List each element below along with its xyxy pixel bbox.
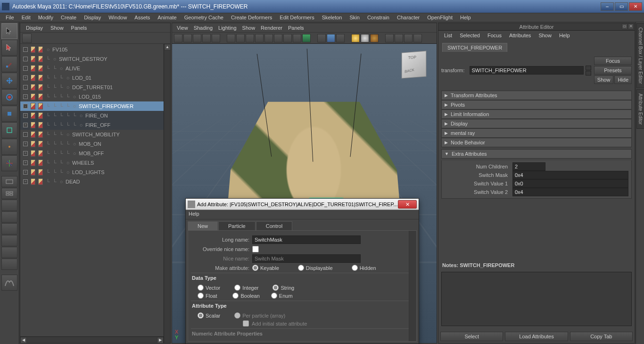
tab-particle[interactable]: Particle bbox=[218, 221, 256, 230]
layout-two-v-icon[interactable] bbox=[1, 211, 17, 223]
tree-node-dof_turret01[interactable]: -└└└○DOF_TURRET01 bbox=[20, 83, 170, 92]
tree-node-alive[interactable]: -└└○ALIVE bbox=[20, 64, 170, 73]
section-transform-attributes[interactable]: ▶Transform Attributes bbox=[441, 91, 632, 100]
notes-textarea[interactable] bbox=[441, 272, 632, 326]
vp-camera-icon[interactable] bbox=[174, 34, 182, 42]
section-pivots[interactable]: ▶Pivots bbox=[441, 100, 632, 109]
attr-close-icon[interactable]: ✕ bbox=[628, 24, 634, 29]
transform-name-input[interactable] bbox=[470, 66, 584, 75]
tree-node-switch_destroy[interactable]: -└○SWITCH_DESTROY bbox=[20, 54, 170, 64]
tree-node-switch_firepower[interactable]: -└└└└○SWITCH_FIREPOWER bbox=[20, 101, 170, 111]
dialog-vscrollbar[interactable] bbox=[409, 231, 416, 341]
scroll-left-icon[interactable]: ◀ bbox=[20, 337, 27, 343]
attr-menu-attributes[interactable]: Attributes bbox=[505, 32, 535, 39]
tree-node-fire_on[interactable]: +└└└└└○FIRE_ON bbox=[20, 111, 170, 120]
tree-node-lod_01[interactable]: +└└└○LOD_01 bbox=[20, 73, 170, 83]
tree-node-switch_mobility[interactable]: -└└└○SWITCH_MOBILITY bbox=[20, 130, 170, 139]
menu-modify[interactable]: Modify bbox=[34, 14, 57, 21]
vp-subd-icon[interactable] bbox=[336, 34, 345, 42]
hide-button[interactable]: Hide bbox=[614, 76, 632, 84]
layout-single-icon[interactable] bbox=[1, 176, 17, 187]
switch-mask-input[interactable] bbox=[512, 171, 628, 179]
outliner-menu-panels[interactable]: Panels bbox=[67, 24, 91, 32]
vp-grease-icon[interactable] bbox=[212, 34, 220, 42]
rotate-tool-icon[interactable] bbox=[1, 89, 17, 105]
vp-menu-show[interactable]: Show bbox=[239, 24, 258, 32]
radio-enum[interactable] bbox=[271, 293, 277, 299]
vp-grid-icon[interactable] bbox=[293, 34, 301, 42]
select-button[interactable]: Select bbox=[440, 332, 503, 341]
close-button[interactable]: ✕ bbox=[629, 2, 642, 11]
vp-light-icon[interactable] bbox=[351, 34, 360, 42]
vp-menu-view[interactable]: View bbox=[174, 24, 191, 32]
vp-shadows-icon[interactable] bbox=[264, 34, 273, 42]
layout-custom3-icon[interactable] bbox=[1, 259, 17, 270]
override-nice-name-checkbox[interactable] bbox=[252, 246, 259, 252]
tree-node-wheels[interactable]: +└└└○WHEELS bbox=[20, 158, 170, 168]
vp-image-plane-icon[interactable] bbox=[193, 34, 201, 42]
switch-value-1-input[interactable] bbox=[512, 179, 628, 188]
section-limit-information[interactable]: ▶Limit Information bbox=[441, 109, 632, 119]
vp-xray-icon[interactable] bbox=[274, 34, 282, 42]
attr-tab-transform[interactable]: SWITCH_FIREPOWER bbox=[442, 43, 507, 52]
copy-tab-button[interactable]: Copy Tab bbox=[570, 332, 633, 341]
maximize-button[interactable]: ▭ bbox=[615, 2, 628, 11]
scroll-up-icon[interactable]: ▲ bbox=[164, 44, 170, 50]
presets-button[interactable]: Presets bbox=[594, 66, 632, 75]
menu-create-deformers[interactable]: Create Deformers bbox=[227, 14, 276, 21]
attr-menu-list[interactable]: List bbox=[440, 32, 456, 39]
vp-bookmarks-icon[interactable] bbox=[183, 34, 192, 42]
paint-tool-icon[interactable] bbox=[1, 56, 17, 72]
menu-display[interactable]: Display bbox=[80, 14, 105, 21]
menu-file[interactable]: File bbox=[2, 14, 18, 21]
menu-help[interactable]: Help bbox=[456, 14, 475, 21]
vp-menu-lighting[interactable]: Lighting bbox=[215, 24, 239, 32]
vp-ipr-icon[interactable] bbox=[404, 34, 413, 42]
attr-menu-help[interactable]: Help bbox=[555, 32, 574, 39]
vp-menu-renderer[interactable]: Renderer bbox=[258, 24, 285, 32]
attr-menu-selected[interactable]: Selected bbox=[456, 32, 484, 39]
vp-menu-shading[interactable]: Shading bbox=[191, 24, 215, 32]
dialog-close-button[interactable]: ✕ bbox=[398, 200, 417, 209]
move-tool-icon[interactable] bbox=[1, 73, 17, 89]
tree-node-fv105[interactable]: -○FV105 bbox=[20, 45, 170, 54]
radio-hidden[interactable] bbox=[352, 265, 358, 271]
load-attributes-button[interactable]: Load Attributes bbox=[505, 332, 568, 341]
radio-boolean[interactable] bbox=[232, 293, 239, 299]
radio-integer[interactable] bbox=[234, 285, 240, 291]
nav-up-icon[interactable] bbox=[586, 66, 591, 70]
tree-node-lod_lights[interactable]: +└└└○LOD_LIGHTS bbox=[20, 168, 170, 177]
attr-collapse-icon[interactable]: ▭ bbox=[622, 24, 627, 29]
menu-skin[interactable]: Skin bbox=[346, 14, 363, 21]
radio-vector[interactable] bbox=[198, 285, 204, 291]
scroll-right-icon[interactable]: ▶ bbox=[157, 337, 164, 343]
menu-character[interactable]: Character bbox=[393, 14, 423, 21]
layout-four-icon[interactable] bbox=[1, 188, 17, 199]
section-display[interactable]: ▶Display bbox=[441, 119, 632, 128]
long-name-input[interactable] bbox=[252, 235, 361, 244]
tree-node-dead[interactable]: +└└○DEAD bbox=[20, 177, 170, 186]
vp-render-settings-icon[interactable] bbox=[413, 34, 422, 42]
vp-poly-icon[interactable] bbox=[317, 34, 326, 42]
vp-cube-icon[interactable] bbox=[327, 34, 335, 42]
attr-menu-focus[interactable]: Focus bbox=[484, 32, 505, 39]
menu-edit-deformers[interactable]: Edit Deformers bbox=[276, 14, 318, 21]
outliner-vscrollbar[interactable]: ▲ bbox=[164, 44, 170, 343]
menu-create[interactable]: Create bbox=[57, 14, 80, 21]
nav-down-icon[interactable] bbox=[586, 71, 591, 76]
radio-keyable[interactable] bbox=[252, 265, 258, 271]
tab-new[interactable]: New bbox=[188, 221, 218, 230]
vp-ao-icon[interactable] bbox=[370, 34, 379, 42]
radio-displayable[interactable] bbox=[298, 265, 304, 271]
menu-constrain[interactable]: Constrain bbox=[363, 14, 393, 21]
radio-float[interactable] bbox=[198, 293, 204, 299]
scale-tool-icon[interactable] bbox=[1, 106, 17, 122]
menu-openflight[interactable]: OpenFlight bbox=[423, 14, 456, 21]
radio-string[interactable] bbox=[272, 285, 279, 291]
tree-node-lod_015[interactable]: +└└└└○LOD_015 bbox=[20, 92, 170, 101]
dialog-menu-help[interactable]: Help bbox=[189, 211, 199, 217]
section-node-behavior[interactable]: ▶Node Behavior bbox=[441, 138, 632, 147]
menu-geometry-cache[interactable]: Geometry Cache bbox=[181, 14, 227, 21]
menu-animate[interactable]: Animate bbox=[154, 14, 180, 21]
vp-render-icon[interactable] bbox=[395, 34, 403, 42]
